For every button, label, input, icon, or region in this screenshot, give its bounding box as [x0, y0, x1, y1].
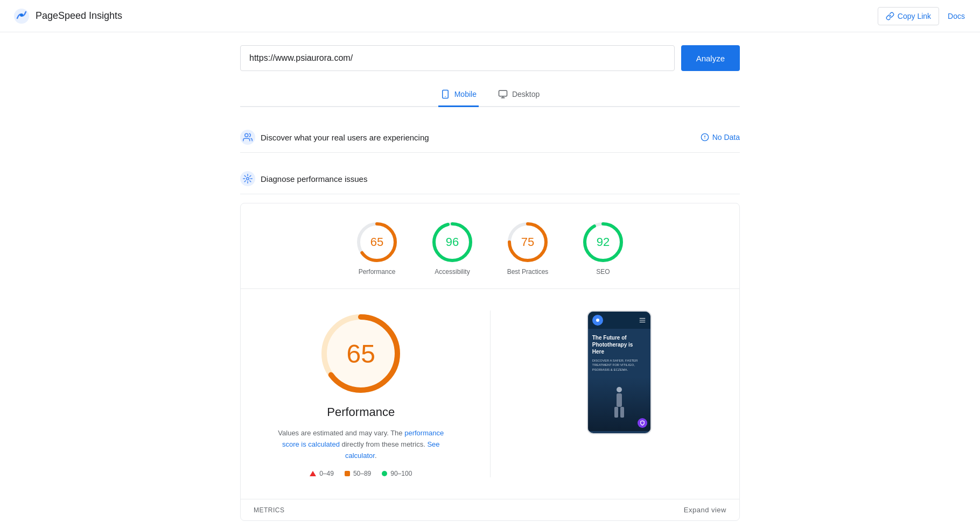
detail-description: Values are estimated and may vary. The p…: [269, 428, 452, 461]
svg-point-27: [617, 387, 622, 392]
large-performance-score: 65: [347, 339, 375, 369]
header-right: Copy Link Docs: [878, 7, 967, 25]
detail-left: 65 Performance Values are estimated and …: [254, 311, 468, 477]
expand-view[interactable]: Expand view: [684, 506, 726, 514]
phone-title: The Future of Phototherapy is Here: [592, 334, 646, 355]
svg-rect-29: [614, 407, 618, 418]
person-silhouette: [611, 385, 627, 423]
metrics-label: METRICS: [254, 506, 285, 514]
svg-point-23: [596, 319, 599, 322]
url-input[interactable]: [240, 45, 675, 71]
best-practices-label: Best Practices: [507, 268, 549, 276]
tab-mobile[interactable]: Mobile: [438, 84, 479, 107]
needs-improvement-icon: [345, 471, 350, 476]
needs-improvement-range: 50–89: [353, 470, 371, 477]
tab-mobile-label: Mobile: [454, 90, 477, 98]
score-circles-row: 65 Performance 96 Accessibility: [241, 203, 739, 289]
legend-fail: 0–49: [310, 470, 334, 477]
search-bar-container: Analyze: [240, 45, 740, 71]
performance-circle: 65: [355, 221, 398, 264]
svg-rect-30: [620, 407, 624, 418]
svg-point-1: [20, 13, 23, 17]
svg-rect-28: [617, 393, 622, 407]
accessibility-score: 96: [446, 235, 459, 249]
phone-header-logo: [592, 315, 603, 326]
phone-mockup: The Future of Phototherapy is Here DISCO…: [587, 311, 652, 434]
analyze-button[interactable]: Analyze: [681, 45, 740, 71]
legend: 0–49 50–89 90–100: [310, 470, 412, 477]
score-card: 65 Performance 96 Accessibility: [240, 203, 740, 521]
pass-icon: [382, 471, 387, 476]
copy-link-label: Copy Link: [898, 12, 931, 20]
no-data-link[interactable]: No Data: [701, 133, 740, 142]
seo-label: SEO: [596, 268, 610, 276]
performance-score: 65: [370, 235, 383, 249]
best-practices-circle: 75: [506, 221, 549, 264]
real-users-section-left: Discover what your real users are experi…: [240, 130, 429, 145]
best-practices-score: 75: [521, 235, 534, 249]
detail-section: 65 Performance Values are estimated and …: [241, 289, 739, 499]
score-item-accessibility[interactable]: 96 Accessibility: [431, 221, 474, 276]
desktop-icon: [498, 89, 508, 99]
legend-pass: 90–100: [382, 470, 412, 477]
docs-button[interactable]: Docs: [946, 8, 967, 25]
pass-range: 90–100: [390, 470, 412, 477]
diagnose-section: Diagnose performance issues 65 Performan…: [240, 164, 740, 521]
main-content: Analyze Mobile Desktop: [232, 32, 748, 522]
seo-circle: 92: [582, 221, 625, 264]
accessibility-circle: 96: [431, 221, 474, 264]
score-item-best-practices[interactable]: 75 Best Practices: [506, 221, 549, 276]
tabs-container: Mobile Desktop: [240, 84, 740, 107]
fail-range: 0–49: [319, 470, 334, 477]
header-left: PageSpeed Insights: [13, 8, 122, 25]
app-title: PageSpeed Insights: [36, 10, 122, 22]
diagnose-section-left: Diagnose performance issues: [240, 171, 367, 186]
performance-label: Performance: [359, 268, 396, 276]
detail-divider: [490, 311, 491, 477]
diagnose-section-header: Diagnose performance issues: [240, 164, 740, 194]
copy-link-button[interactable]: Copy Link: [878, 7, 939, 25]
accessibility-label: Accessibility: [435, 268, 470, 276]
phone-badge: [638, 418, 647, 428]
info-icon: [701, 133, 709, 142]
legend-needs-improvement: 50–89: [345, 470, 371, 477]
detail-right: The Future of Phototherapy is Here DISCO…: [512, 311, 727, 477]
svg-point-11: [247, 178, 249, 180]
detail-title: Performance: [327, 405, 395, 419]
phone-content: The Future of Phototherapy is Here DISCO…: [588, 329, 650, 377]
score-item-seo[interactable]: 92 SEO: [582, 221, 625, 276]
people-icon: [240, 130, 255, 145]
large-performance-circle: 65: [318, 311, 404, 397]
no-data-label: No Data: [712, 133, 740, 142]
seo-score: 92: [597, 235, 610, 249]
score-item-performance[interactable]: 65 Performance: [355, 221, 398, 276]
metrics-footer: METRICS Expand view: [241, 499, 739, 520]
phone-image-area: [588, 377, 650, 431]
svg-point-7: [245, 133, 248, 137]
svg-rect-4: [499, 90, 507, 96]
tab-desktop-label: Desktop: [512, 90, 540, 98]
pagespeed-logo: [13, 8, 30, 25]
phone-menu-icon: [639, 316, 646, 324]
mobile-icon: [440, 89, 450, 99]
header: PageSpeed Insights Copy Link Docs: [0, 0, 980, 32]
diagnose-icon: [240, 171, 255, 186]
phone-description: DISCOVER A SAFER, FASTER TREATMENT FOR V…: [592, 358, 646, 372]
fail-icon: [310, 471, 316, 476]
real-users-title: Discover what your real users are experi…: [261, 133, 429, 142]
link-icon: [886, 12, 894, 20]
real-users-section: Discover what your real users are experi…: [240, 122, 740, 153]
real-users-section-header: Discover what your real users are experi…: [240, 122, 740, 153]
diagnose-title: Diagnose performance issues: [261, 174, 367, 184]
phone-header: [588, 312, 650, 329]
tab-desktop[interactable]: Desktop: [496, 84, 542, 107]
